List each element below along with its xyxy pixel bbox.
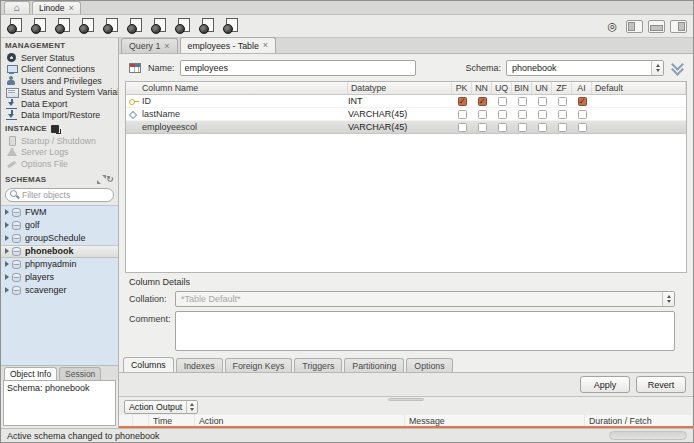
grid-header-cell[interactable]: Column Name bbox=[126, 82, 348, 94]
apply-button[interactable]: Apply bbox=[580, 376, 630, 393]
expand-panel-icon[interactable] bbox=[97, 175, 106, 184]
refresh-icon[interactable]: ↻ bbox=[106, 175, 114, 184]
checkbox-unchecked[interactable] bbox=[578, 123, 587, 132]
toggle-left-panel-icon[interactable] bbox=[626, 20, 643, 33]
section-tab[interactable]: Indexes bbox=[176, 358, 223, 372]
expand-arrow-icon[interactable] bbox=[5, 287, 9, 293]
flag-checkbox-cell[interactable] bbox=[532, 97, 552, 106]
grid-header-cell[interactable]: ZF bbox=[552, 82, 572, 94]
section-tab[interactable]: Foreign Keys bbox=[225, 358, 293, 372]
splitter-handle[interactable] bbox=[388, 398, 424, 401]
sidebar-item[interactable]: Server Logs bbox=[1, 147, 118, 159]
grid-header-cell[interactable]: PK bbox=[452, 82, 472, 94]
checkbox-unchecked[interactable] bbox=[538, 97, 547, 106]
sidebar-item[interactable]: Data Import/Restore bbox=[1, 110, 118, 122]
sidebar-item[interactable]: Status and System Variables bbox=[1, 87, 118, 99]
collation-select[interactable]: *Table Default* bbox=[175, 291, 675, 307]
flag-checkbox-cell[interactable] bbox=[452, 123, 472, 132]
create-table-icon[interactable] bbox=[103, 18, 119, 34]
table-row[interactable]: lastName VARCHAR(45) bbox=[126, 108, 686, 121]
flag-checkbox-cell[interactable] bbox=[572, 123, 592, 132]
create-function-icon[interactable] bbox=[175, 18, 191, 34]
spinner-icon[interactable] bbox=[651, 61, 663, 75]
flag-checkbox-cell[interactable] bbox=[492, 110, 512, 119]
search-table-data-icon[interactable] bbox=[199, 18, 215, 34]
flag-checkbox-cell[interactable]: ✓ bbox=[572, 97, 592, 106]
flag-checkbox-cell[interactable] bbox=[512, 97, 532, 106]
table-row[interactable]: employeescol VARCHAR(45) bbox=[126, 121, 686, 134]
checkbox-unchecked[interactable] bbox=[538, 123, 547, 132]
flag-checkbox-cell[interactable] bbox=[532, 123, 552, 132]
checkbox-unchecked[interactable] bbox=[498, 97, 507, 106]
sidebar-item[interactable]: Client Connections bbox=[1, 64, 118, 76]
checkbox-unchecked[interactable] bbox=[558, 110, 567, 119]
collapse-header-chevron-icon[interactable] bbox=[669, 60, 685, 76]
flag-checkbox-cell[interactable] bbox=[552, 97, 572, 106]
checkbox-unchecked[interactable] bbox=[578, 110, 587, 119]
checkbox-checked[interactable]: ✓ bbox=[458, 97, 467, 106]
schema-item[interactable]: phpmyadmin bbox=[1, 258, 118, 271]
sidebar-item[interactable]: Data Export bbox=[1, 98, 118, 110]
checkbox-unchecked[interactable] bbox=[498, 110, 507, 119]
schema-item[interactable]: golf bbox=[1, 219, 118, 232]
close-icon[interactable]: × bbox=[69, 4, 74, 13]
output-header-cell[interactable]: Message bbox=[405, 415, 585, 426]
checkbox-unchecked[interactable] bbox=[558, 123, 567, 132]
flag-checkbox-cell[interactable]: ✓ bbox=[452, 97, 472, 106]
grid-header-cell[interactable]: UQ bbox=[492, 82, 512, 94]
checkbox-unchecked[interactable] bbox=[538, 110, 547, 119]
expand-arrow-icon[interactable] bbox=[5, 248, 9, 254]
sidebar-item[interactable]: Options File bbox=[1, 158, 118, 170]
checkbox-unchecked[interactable] bbox=[478, 110, 487, 119]
checkbox-unchecked[interactable] bbox=[498, 123, 507, 132]
expand-arrow-icon[interactable] bbox=[5, 209, 9, 215]
expand-arrow-icon[interactable] bbox=[5, 274, 9, 280]
create-schema-icon[interactable] bbox=[79, 18, 95, 34]
toggle-right-panel-icon[interactable] bbox=[670, 20, 687, 33]
schema-item[interactable]: groupSchedule bbox=[1, 232, 118, 245]
info-tab[interactable]: Object Info bbox=[4, 367, 57, 380]
flag-checkbox-cell[interactable] bbox=[552, 110, 572, 119]
spinner-icon[interactable] bbox=[186, 401, 197, 413]
output-header-cell[interactable] bbox=[119, 415, 133, 426]
sidebar-item[interactable]: Startup / Shutdown bbox=[1, 135, 118, 147]
schema-item[interactable]: players bbox=[1, 271, 118, 284]
inspector-icon[interactable] bbox=[55, 18, 71, 34]
expand-arrow-icon[interactable] bbox=[5, 261, 9, 267]
checkbox-unchecked[interactable] bbox=[518, 110, 527, 119]
flag-checkbox-cell[interactable]: ✓ bbox=[472, 97, 492, 106]
section-tab[interactable]: Partitioning bbox=[344, 358, 404, 372]
home-tab[interactable]: ⌂ bbox=[4, 1, 30, 14]
flag-checkbox-cell[interactable] bbox=[572, 110, 592, 119]
section-tab[interactable]: Triggers bbox=[294, 358, 342, 372]
checkbox-unchecked[interactable] bbox=[478, 123, 487, 132]
close-icon[interactable]: × bbox=[164, 42, 169, 51]
checkbox-checked[interactable]: ✓ bbox=[578, 97, 587, 106]
output-header-cell[interactable] bbox=[133, 415, 149, 426]
output-header-cell[interactable]: Duration / Fetch bbox=[585, 415, 693, 426]
section-tab[interactable]: Options bbox=[406, 358, 452, 372]
comment-textarea[interactable] bbox=[175, 311, 675, 351]
revert-button[interactable]: Revert bbox=[636, 376, 686, 393]
schema-select[interactable]: phonebook bbox=[506, 60, 664, 76]
schema-filter[interactable] bbox=[5, 188, 114, 202]
output-type-select[interactable]: Action Output bbox=[124, 400, 198, 414]
grid-header-cell[interactable]: BIN bbox=[512, 82, 532, 94]
flag-checkbox-cell[interactable] bbox=[492, 97, 512, 106]
grid-header-cell[interactable]: NN bbox=[472, 82, 492, 94]
flag-checkbox-cell[interactable] bbox=[512, 110, 532, 119]
new-sql-tab-icon[interactable] bbox=[7, 18, 23, 34]
flag-checkbox-cell[interactable] bbox=[492, 123, 512, 132]
filter-objects-input[interactable] bbox=[22, 190, 109, 200]
checkbox-unchecked[interactable] bbox=[518, 123, 527, 132]
flag-checkbox-cell[interactable] bbox=[552, 123, 572, 132]
editor-tab[interactable]: employees - Table × bbox=[180, 37, 277, 53]
schema-item[interactable]: FWM bbox=[1, 206, 118, 219]
table-row[interactable]: ID INT ✓✓✓ bbox=[126, 95, 686, 108]
flag-checkbox-cell[interactable] bbox=[512, 123, 532, 132]
create-procedure-icon[interactable] bbox=[151, 18, 167, 34]
output-header-cell[interactable]: Time bbox=[149, 415, 195, 426]
checkbox-unchecked[interactable] bbox=[558, 97, 567, 106]
flag-checkbox-cell[interactable] bbox=[532, 110, 552, 119]
expand-arrow-icon[interactable] bbox=[5, 222, 9, 228]
